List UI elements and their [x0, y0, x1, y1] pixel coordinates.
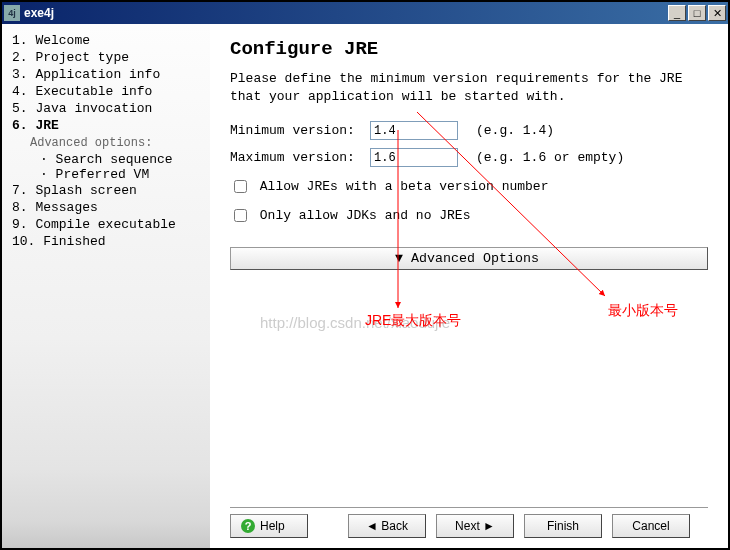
- step-splash-screen[interactable]: 7. Splash screen: [12, 182, 200, 199]
- allow-beta-label: Allow JREs with a beta version number: [260, 179, 549, 194]
- watermark: http://blog.csdn.net/xiaodujie: [260, 314, 450, 331]
- annotation-max-label: JRE最大版本号: [365, 312, 461, 330]
- titlebar[interactable]: 4j exe4j _ □ ✕: [2, 2, 728, 24]
- cancel-button[interactable]: Cancel: [612, 514, 690, 538]
- step-jre[interactable]: 6. JRE: [12, 117, 200, 134]
- min-version-label: Minimum version:: [230, 123, 370, 138]
- adv-preferred-vm[interactable]: · Preferred VM: [40, 167, 200, 182]
- step-welcome[interactable]: 1. Welcome: [12, 32, 200, 49]
- step-application-info[interactable]: 3. Application info: [12, 66, 200, 83]
- minimize-button[interactable]: _: [668, 5, 686, 21]
- min-version-hint: (e.g. 1.4): [476, 123, 554, 138]
- wizard-footer: ? Help ◄ Back Next ► Finish Cancel: [230, 507, 708, 538]
- app-icon: 4j: [4, 5, 20, 21]
- only-jdk-label: Only allow JDKs and no JREs: [260, 208, 471, 223]
- maximize-button[interactable]: □: [688, 5, 706, 21]
- finish-button[interactable]: Finish: [524, 514, 602, 538]
- window-title: exe4j: [24, 6, 668, 20]
- app-window: 4j exe4j _ □ ✕ 1. Welcome 2. Project typ…: [0, 0, 730, 550]
- max-version-input[interactable]: [370, 148, 458, 167]
- main-panel: Configure JRE Please define the minimum …: [210, 24, 728, 548]
- step-messages[interactable]: 8. Messages: [12, 199, 200, 216]
- allow-beta-checkbox[interactable]: [234, 180, 247, 193]
- only-jdk-checkbox[interactable]: [234, 209, 247, 222]
- advanced-options-header: Advanced options:: [30, 136, 200, 150]
- max-version-label: Maximum version:: [230, 150, 370, 165]
- advanced-options-button[interactable]: ▼ Advanced Options: [230, 247, 708, 270]
- help-label: Help: [260, 519, 285, 533]
- help-icon: ?: [241, 519, 255, 533]
- page-description: Please define the minimum version requir…: [230, 70, 708, 105]
- help-button[interactable]: ? Help: [230, 514, 308, 538]
- page-title: Configure JRE: [230, 38, 708, 60]
- annotation-min-label: 最小版本号: [608, 302, 678, 320]
- step-project-type[interactable]: 2. Project type: [12, 49, 200, 66]
- adv-search-sequence[interactable]: · Search sequence: [40, 152, 200, 167]
- step-java-invocation[interactable]: 5. Java invocation: [12, 100, 200, 117]
- close-button[interactable]: ✕: [708, 5, 726, 21]
- step-executable-info[interactable]: 4. Executable info: [12, 83, 200, 100]
- back-button[interactable]: ◄ Back: [348, 514, 426, 538]
- min-version-input[interactable]: [370, 121, 458, 140]
- step-compile-executable[interactable]: 9. Compile executable: [12, 216, 200, 233]
- step-finished[interactable]: 10. Finished: [12, 233, 200, 250]
- max-version-hint: (e.g. 1.6 or empty): [476, 150, 624, 165]
- sidebar: 1. Welcome 2. Project type 3. Applicatio…: [2, 24, 210, 548]
- next-button[interactable]: Next ►: [436, 514, 514, 538]
